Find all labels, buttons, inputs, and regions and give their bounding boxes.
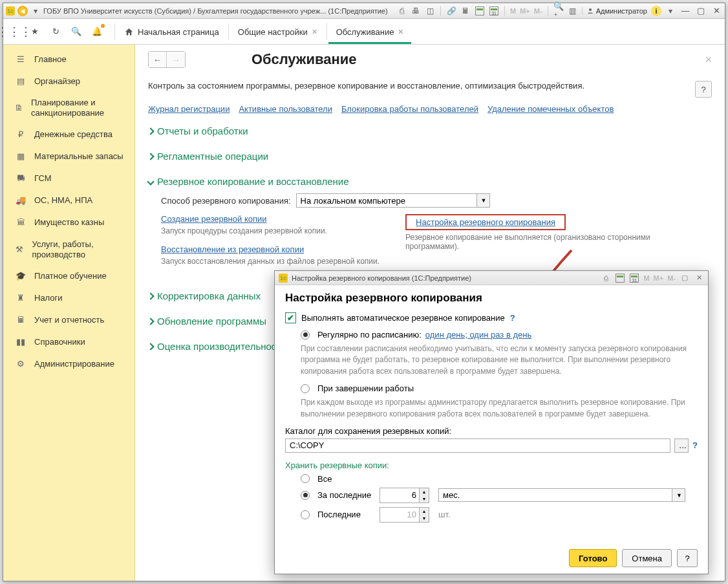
link-block-users[interactable]: Блокировка работы пользователей — [341, 104, 478, 114]
sidebar-item-organizer[interactable]: ▤Органайзер — [3, 70, 134, 92]
catalog-input[interactable] — [285, 438, 670, 453]
close-tab-icon[interactable]: ✕ — [312, 28, 317, 36]
dlg-calendar31-icon[interactable] — [629, 273, 639, 283]
dropdown-icon[interactable]: ▾ — [30, 6, 41, 16]
spin-down-button[interactable]: ▼ — [420, 495, 429, 503]
star-icon[interactable]: ★ — [28, 25, 42, 39]
page-close-icon[interactable]: × — [705, 53, 712, 67]
help-button[interactable]: ? — [695, 81, 712, 98]
calc-icon: 🖩 — [15, 314, 27, 326]
tab-start-page[interactable]: Начальная страница — [116, 21, 227, 44]
section-backup[interactable]: Резервное копирование и восстановление — [148, 173, 712, 189]
combo-dropdown-icon[interactable]: ▼ — [477, 193, 490, 208]
sidebar-label: Налоги — [34, 293, 63, 303]
dlg-calendar-icon[interactable] — [615, 273, 625, 283]
keep-lastn-input[interactable] — [380, 508, 419, 522]
sidebar-item-treasury[interactable]: 🏛Имущество казны — [3, 212, 134, 234]
calendar-icon[interactable] — [475, 6, 485, 16]
sidebar-item-admin[interactable]: ⚙Администрирование — [3, 353, 134, 375]
print-icon[interactable]: 🖶 — [411, 6, 421, 16]
history-icon[interactable]: ↻ — [48, 25, 63, 39]
link-active-users[interactable]: Активные пользователи — [239, 104, 332, 114]
cancel-button[interactable]: Отмена — [622, 549, 672, 567]
sidebar-item-assets[interactable]: 🚚ОС, НМА, НПА — [3, 190, 134, 212]
sidebar-item-taxes[interactable]: ♜Налоги — [3, 287, 134, 309]
keep-lastn-spinner[interactable]: ▲▼ — [380, 507, 429, 523]
sidebar-item-money[interactable]: ₽Денежные средства — [3, 124, 134, 146]
sidebar-item-accounting[interactable]: 🖩Учет и отчетность — [3, 309, 134, 331]
info-icon[interactable]: i — [651, 6, 661, 16]
memory-m[interactable]: M — [510, 7, 516, 15]
schedule-link[interactable]: один день; один раз в день — [425, 330, 531, 340]
link-restore-backup[interactable]: Восстановление из резервной копии — [161, 244, 304, 254]
section-reglament[interactable]: Регламентные операции — [148, 148, 712, 164]
radio-keep-all[interactable] — [301, 474, 310, 483]
memory-mminus[interactable]: M- — [534, 7, 542, 15]
help-question-icon[interactable]: ? — [510, 313, 515, 323]
unit-dropdown-icon[interactable]: ▼ — [672, 489, 685, 501]
link-backup-settings[interactable]: Настройка резервного копирования — [416, 217, 555, 227]
close-button[interactable]: ✕ — [711, 6, 722, 16]
keep-unit-input[interactable] — [439, 489, 672, 501]
sidebar-item-main[interactable]: ☰Главное — [3, 49, 134, 70]
radio-on-exit[interactable] — [301, 384, 310, 393]
nav-arrows: ← → — [148, 51, 186, 68]
keep-unit-combo[interactable]: ▼ — [438, 488, 685, 502]
bell-icon[interactable]: 🔔 — [90, 25, 104, 39]
user-badge[interactable]: Администратор — [582, 7, 647, 15]
keep-last-spinner[interactable]: ▲▼ — [380, 488, 429, 503]
apps-grid-icon[interactable]: ⋮⋮⋮ — [7, 25, 21, 39]
info-dropdown-icon[interactable]: ▾ — [665, 6, 676, 16]
sidebar-item-education[interactable]: 🎓Платное обучение — [3, 265, 134, 287]
radio-schedule[interactable] — [301, 330, 310, 340]
back-circle-icon[interactable]: ◄ — [17, 6, 28, 16]
dlg-maximize-icon[interactable]: ▢ — [680, 273, 690, 283]
catalog-help-icon[interactable]: ? — [692, 440, 698, 450]
sidebar-item-gsm[interactable]: ⛟ГСМ — [3, 168, 134, 190]
link-create-backup[interactable]: Создание резервной копии — [161, 214, 267, 224]
svg-point-0 — [589, 8, 592, 11]
backup-method-input[interactable] — [296, 193, 477, 208]
sidebar-item-materials[interactable]: ▦Материальные запасы — [3, 146, 134, 168]
memory-mplus[interactable]: M+ — [520, 7, 530, 15]
browse-button[interactable]: … — [674, 438, 689, 453]
radio-keep-last[interactable] — [301, 491, 310, 500]
dlg-print-icon[interactable]: ⎙ — [601, 273, 611, 283]
dlg-memory-mplus[interactable]: M+ — [654, 274, 664, 282]
link-journal[interactable]: Журнал регистрации — [148, 104, 230, 114]
sidebar-item-refs[interactable]: ▮▮Справочники — [3, 331, 134, 353]
sidebar-label: Услуги, работы, производство — [32, 239, 127, 261]
auto-backup-checkbox[interactable]: ✔ — [285, 312, 296, 323]
dlg-memory-mminus[interactable]: M- — [667, 274, 676, 282]
link-delete-marked[interactable]: Удаление помеченных объектов — [487, 104, 614, 114]
nav-fwd-button[interactable]: → — [167, 52, 185, 67]
search-icon[interactable]: 🔍 — [69, 25, 83, 39]
section-reports[interactable]: Отчеты и обработки — [148, 123, 712, 139]
zoom-icon[interactable]: 🔍⁺ — [553, 6, 564, 16]
window-list-icon[interactable]: ▥ — [568, 6, 578, 16]
dlg-help-button[interactable]: ? — [677, 549, 698, 567]
link-icon[interactable]: 🔗 — [446, 6, 456, 16]
doc-compare-icon[interactable]: ◫ — [425, 6, 435, 16]
spin-up-button[interactable]: ▲ — [420, 508, 429, 515]
backup-method-combo[interactable]: ▼ — [296, 193, 490, 208]
print-preview-icon[interactable]: ⎙ — [396, 6, 407, 16]
spin-down-button[interactable]: ▼ — [420, 515, 429, 522]
dlg-memory-m[interactable]: M — [643, 274, 649, 282]
tab-general-settings[interactable]: Общие настройки ✕ — [230, 21, 325, 44]
dlg-close-icon[interactable]: ✕ — [694, 273, 704, 283]
tab-maintenance[interactable]: Обслуживание ✕ — [328, 21, 412, 44]
ok-button[interactable]: Готово — [569, 549, 617, 567]
maximize-button[interactable]: ▢ — [695, 6, 707, 16]
calc-icon[interactable]: 🖩 — [460, 6, 471, 16]
keep-last-input[interactable] — [380, 488, 419, 503]
calendar31-icon[interactable] — [489, 6, 499, 16]
radio-keep-lastn[interactable] — [301, 510, 310, 519]
sidebar-item-services[interactable]: ⚒Услуги, работы, производство — [3, 234, 134, 266]
sidebar-item-planning[interactable]: 🗎Планирование и санкционирование — [3, 92, 134, 124]
nav-back-button[interactable]: ← — [149, 52, 167, 67]
minimize-button[interactable]: — — [680, 6, 691, 16]
keep-last-label: За последние — [317, 490, 376, 500]
close-tab-icon[interactable]: ✕ — [398, 28, 403, 36]
spin-up-button[interactable]: ▲ — [420, 488, 429, 495]
